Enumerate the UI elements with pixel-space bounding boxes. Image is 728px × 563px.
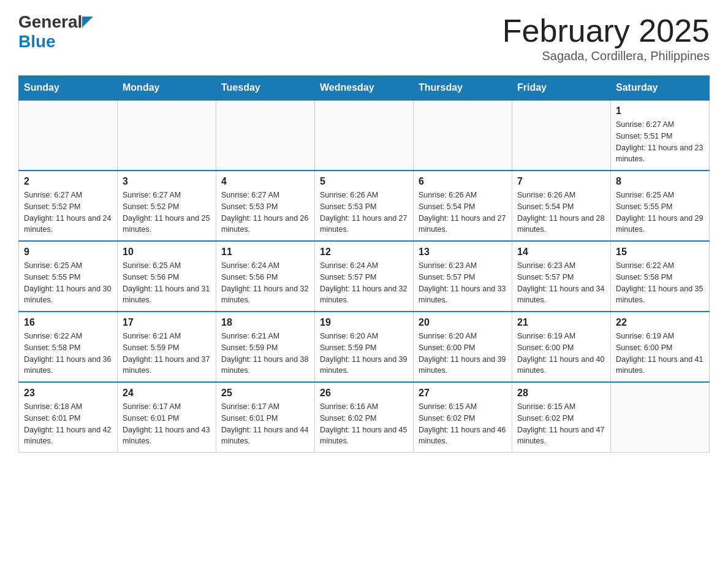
calendar-cell: 2Sunrise: 6:27 AMSunset: 5:52 PMDaylight…: [19, 170, 118, 241]
header-friday: Friday: [512, 76, 611, 101]
day-number: 12: [320, 247, 408, 258]
day-number: 27: [419, 388, 507, 399]
day-info: Sunrise: 6:25 AMSunset: 5:55 PMDaylight:…: [616, 190, 704, 236]
header-thursday: Thursday: [414, 76, 512, 101]
day-info: Sunrise: 6:22 AMSunset: 5:58 PMDaylight:…: [616, 260, 704, 306]
day-info: Sunrise: 6:20 AMSunset: 5:59 PMDaylight:…: [320, 331, 408, 377]
day-number: 17: [123, 317, 211, 328]
day-info: Sunrise: 6:15 AMSunset: 6:02 PMDaylight:…: [419, 401, 507, 447]
calendar-cell: 5Sunrise: 6:26 AMSunset: 5:53 PMDaylight…: [315, 170, 414, 241]
logo-general-text: General: [18, 12, 82, 31]
calendar-cell: 9Sunrise: 6:25 AMSunset: 5:55 PMDaylight…: [19, 241, 118, 312]
day-info: Sunrise: 6:19 AMSunset: 6:00 PMDaylight:…: [616, 331, 704, 377]
calendar-cell: 14Sunrise: 6:23 AMSunset: 5:57 PMDayligh…: [512, 241, 611, 312]
day-info: Sunrise: 6:26 AMSunset: 5:54 PMDaylight:…: [419, 190, 507, 236]
day-number: 23: [24, 388, 112, 399]
day-number: 6: [419, 176, 507, 187]
day-number: 28: [517, 388, 605, 399]
day-info: Sunrise: 6:18 AMSunset: 6:01 PMDaylight:…: [24, 401, 112, 447]
logo: General Blue: [18, 12, 93, 52]
calendar-cell: 26Sunrise: 6:16 AMSunset: 6:02 PMDayligh…: [315, 382, 414, 453]
calendar-cell: 24Sunrise: 6:17 AMSunset: 6:01 PMDayligh…: [118, 382, 216, 453]
day-info: Sunrise: 6:27 AMSunset: 5:51 PMDaylight:…: [616, 119, 704, 165]
calendar-cell: 17Sunrise: 6:21 AMSunset: 5:59 PMDayligh…: [118, 312, 216, 382]
day-number: 16: [24, 317, 112, 328]
day-number: 15: [616, 247, 704, 258]
calendar-cell: [512, 100, 611, 170]
day-number: 3: [123, 176, 211, 187]
calendar-cell: 11Sunrise: 6:24 AMSunset: 5:56 PMDayligh…: [216, 241, 315, 312]
day-number: 14: [517, 247, 605, 258]
logo-line2: Blue: [18, 32, 93, 52]
day-info: Sunrise: 6:27 AMSunset: 5:53 PMDaylight:…: [221, 190, 309, 236]
day-number: 8: [616, 176, 704, 187]
calendar-cell: 28Sunrise: 6:15 AMSunset: 6:02 PMDayligh…: [512, 382, 611, 453]
day-info: Sunrise: 6:20 AMSunset: 6:00 PMDaylight:…: [419, 331, 507, 377]
logo-blue-text: Blue: [18, 32, 56, 52]
logo-arrow-icon: [82, 17, 93, 28]
header-sunday: Sunday: [19, 76, 118, 101]
week-row-3: 9Sunrise: 6:25 AMSunset: 5:55 PMDaylight…: [19, 241, 710, 312]
week-row-1: 1Sunrise: 6:27 AMSunset: 5:51 PMDaylight…: [19, 100, 710, 170]
calendar-cell: [414, 100, 512, 170]
day-number: 4: [221, 176, 309, 187]
calendar-cell: 23Sunrise: 6:18 AMSunset: 6:01 PMDayligh…: [19, 382, 118, 453]
day-info: Sunrise: 6:24 AMSunset: 5:57 PMDaylight:…: [320, 260, 408, 306]
header-tuesday: Tuesday: [216, 76, 315, 101]
day-number: 20: [419, 317, 507, 328]
title-section: February 2025 Sagada, Cordillera, Philip…: [502, 12, 710, 63]
week-row-2: 2Sunrise: 6:27 AMSunset: 5:52 PMDaylight…: [19, 170, 710, 241]
day-info: Sunrise: 6:21 AMSunset: 5:59 PMDaylight:…: [221, 331, 309, 377]
day-number: 21: [517, 317, 605, 328]
calendar-cell: [611, 382, 710, 453]
day-number: 13: [419, 247, 507, 258]
calendar-cell: 1Sunrise: 6:27 AMSunset: 5:51 PMDaylight…: [611, 100, 710, 170]
header-saturday: Saturday: [611, 76, 710, 101]
calendar-cell: 22Sunrise: 6:19 AMSunset: 6:00 PMDayligh…: [611, 312, 710, 382]
calendar-cell: 7Sunrise: 6:26 AMSunset: 5:54 PMDaylight…: [512, 170, 611, 241]
day-info: Sunrise: 6:25 AMSunset: 5:55 PMDaylight:…: [24, 260, 112, 306]
calendar-header-row: SundayMondayTuesdayWednesdayThursdayFrid…: [19, 76, 710, 101]
calendar-table: SundayMondayTuesdayWednesdayThursdayFrid…: [18, 75, 710, 453]
calendar-cell: 16Sunrise: 6:22 AMSunset: 5:58 PMDayligh…: [19, 312, 118, 382]
day-info: Sunrise: 6:22 AMSunset: 5:58 PMDaylight:…: [24, 331, 112, 377]
svg-marker-0: [82, 17, 93, 28]
day-info: Sunrise: 6:17 AMSunset: 6:01 PMDaylight:…: [221, 401, 309, 447]
calendar-cell: 12Sunrise: 6:24 AMSunset: 5:57 PMDayligh…: [315, 241, 414, 312]
day-info: Sunrise: 6:16 AMSunset: 6:02 PMDaylight:…: [320, 401, 408, 447]
day-number: 2: [24, 176, 112, 187]
day-number: 25: [221, 388, 309, 399]
main-title: February 2025: [502, 12, 710, 49]
logo-line1: General: [18, 12, 93, 32]
calendar-cell: [216, 100, 315, 170]
calendar-cell: 4Sunrise: 6:27 AMSunset: 5:53 PMDaylight…: [216, 170, 315, 241]
calendar-cell: 3Sunrise: 6:27 AMSunset: 5:52 PMDaylight…: [118, 170, 216, 241]
subtitle: Sagada, Cordillera, Philippines: [502, 49, 710, 63]
day-info: Sunrise: 6:23 AMSunset: 5:57 PMDaylight:…: [517, 260, 605, 306]
day-info: Sunrise: 6:25 AMSunset: 5:56 PMDaylight:…: [123, 260, 211, 306]
calendar-cell: 25Sunrise: 6:17 AMSunset: 6:01 PMDayligh…: [216, 382, 315, 453]
day-number: 24: [123, 388, 211, 399]
calendar-cell: 21Sunrise: 6:19 AMSunset: 6:00 PMDayligh…: [512, 312, 611, 382]
calendar-cell: 18Sunrise: 6:21 AMSunset: 5:59 PMDayligh…: [216, 312, 315, 382]
day-info: Sunrise: 6:26 AMSunset: 5:54 PMDaylight:…: [517, 190, 605, 236]
calendar-cell: 6Sunrise: 6:26 AMSunset: 5:54 PMDaylight…: [414, 170, 512, 241]
day-info: Sunrise: 6:23 AMSunset: 5:57 PMDaylight:…: [419, 260, 507, 306]
calendar-cell: 19Sunrise: 6:20 AMSunset: 5:59 PMDayligh…: [315, 312, 414, 382]
calendar-cell: 8Sunrise: 6:25 AMSunset: 5:55 PMDaylight…: [611, 170, 710, 241]
day-info: Sunrise: 6:15 AMSunset: 6:02 PMDaylight:…: [517, 401, 605, 447]
header-monday: Monday: [118, 76, 216, 101]
calendar-cell: 20Sunrise: 6:20 AMSunset: 6:00 PMDayligh…: [414, 312, 512, 382]
week-row-4: 16Sunrise: 6:22 AMSunset: 5:58 PMDayligh…: [19, 312, 710, 382]
page-header: General Blue February 2025 Sagada, Cordi…: [18, 12, 710, 63]
day-info: Sunrise: 6:21 AMSunset: 5:59 PMDaylight:…: [123, 331, 211, 377]
day-info: Sunrise: 6:17 AMSunset: 6:01 PMDaylight:…: [123, 401, 211, 447]
day-info: Sunrise: 6:19 AMSunset: 6:00 PMDaylight:…: [517, 331, 605, 377]
day-info: Sunrise: 6:26 AMSunset: 5:53 PMDaylight:…: [320, 190, 408, 236]
calendar-cell: [315, 100, 414, 170]
header-wednesday: Wednesday: [315, 76, 414, 101]
day-info: Sunrise: 6:27 AMSunset: 5:52 PMDaylight:…: [24, 190, 112, 236]
day-number: 22: [616, 317, 704, 328]
calendar-cell: 15Sunrise: 6:22 AMSunset: 5:58 PMDayligh…: [611, 241, 710, 312]
day-number: 10: [123, 247, 211, 258]
